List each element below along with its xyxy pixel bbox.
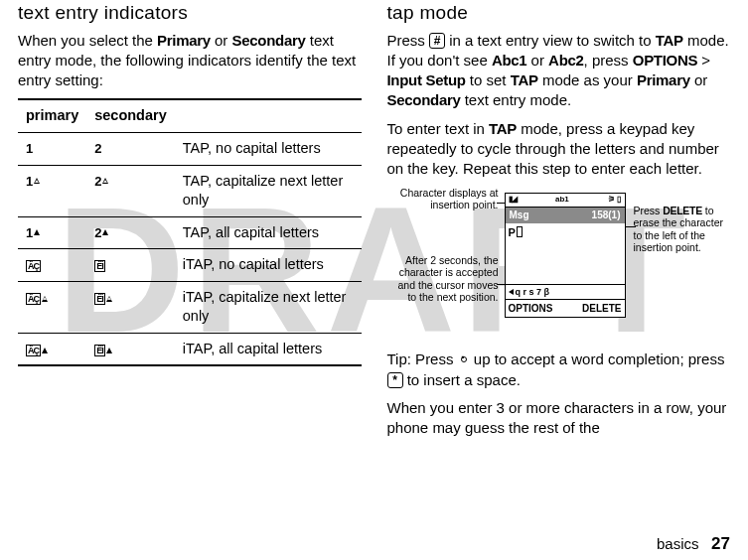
txt: or — [690, 71, 708, 88]
hash-key-icon: # — [429, 33, 445, 49]
shift-outline-arrow-icon — [106, 296, 112, 302]
right-heading: tap mode — [387, 0, 731, 26]
shift-solid-arrow-icon — [102, 229, 108, 235]
primary-indicator-icon: ÂÇ — [26, 293, 48, 305]
shift-solid-arrow-icon — [106, 348, 112, 353]
phone-screen: ▮◢ ab1 ⚞ ▯ Msg 158(1) P q r s 7 β OPTION… — [505, 193, 626, 318]
txt: to set — [466, 71, 511, 88]
desc-cell: TAP, no capital letters — [175, 132, 362, 165]
callout-delete: Press DELETE to erase the character to t… — [634, 205, 729, 252]
tap-word: TAP — [511, 71, 538, 88]
right-p2: To enter text in TAP mode, press a keypa… — [387, 119, 731, 180]
star-key-icon: * — [387, 372, 403, 388]
th-primary: primary — [18, 99, 86, 132]
leader-line — [626, 226, 636, 227]
typed-char: P — [509, 226, 516, 238]
abc2-word: Abc2 — [548, 52, 583, 69]
desc-cell: iTAP, capitalize next letter only — [175, 281, 362, 333]
table-row: 1 2 TAP, all capital letters — [18, 216, 362, 249]
txt: Press — [634, 205, 664, 216]
left-intro: When you select the Primary or Secondary… — [18, 31, 362, 91]
table-row: 1 2 TAP, capitalize next letter only — [18, 165, 362, 216]
primary-indicator-icon: 1 — [26, 173, 40, 191]
itap-box-icon: ÂÇ — [26, 345, 41, 356]
phone-text-area: P — [506, 223, 625, 285]
txt: or — [526, 52, 548, 69]
shift-outline-arrow-icon — [102, 178, 108, 184]
primary-word: Primary — [637, 71, 690, 88]
primary-indicator-icon: ÂÇ — [26, 260, 41, 272]
shift-solid-arrow-icon — [34, 229, 40, 235]
table-row: ÂÇ ÊÌ iTAP, all capital letters — [18, 333, 362, 365]
title-right: 158(1) — [592, 209, 621, 222]
candidate-letters: q r s 7 β — [516, 286, 550, 298]
phone-candidates: q r s 7 β — [506, 285, 625, 300]
delete-word: DELETE — [663, 205, 702, 216]
txt: mode as your — [538, 71, 637, 88]
right-p1: Press # in a text entry view to switch t… — [387, 31, 731, 111]
battery-icon: ⚞ ▯ — [608, 195, 621, 206]
table-header-row: primary secondary — [18, 99, 362, 132]
callout-after-2s: After 2 seconds, the character is accept… — [387, 254, 499, 302]
shift-outline-arrow-icon — [34, 178, 40, 184]
phone-statusbar: ▮◢ ab1 ⚞ ▯ — [506, 194, 625, 208]
txt: text entry mode. — [461, 91, 572, 108]
itap-box-icon: ÊÌ — [94, 345, 105, 356]
shift-outline-arrow-icon — [42, 296, 48, 302]
th-desc — [175, 99, 362, 132]
txt: > — [697, 52, 710, 69]
title-left: Msg — [510, 209, 529, 222]
itap-box-icon: ÂÇ — [26, 293, 41, 305]
secondary-indicator-icon: ÊÌ — [94, 345, 112, 356]
txt: Press — [411, 350, 458, 367]
options-word: OPTIONS — [633, 52, 697, 69]
right-p4: When you enter 3 or more characters in a… — [387, 398, 731, 439]
entry-mode-indicator: ab1 — [555, 195, 569, 206]
table-row: ÂÇ ÊÌ iTAP, capitalize next letter only — [18, 281, 362, 333]
secondary-indicator-icon: ÊÌ — [94, 293, 112, 305]
page-number: 27 — [711, 534, 730, 553]
tip-label: Tip: — [387, 350, 411, 367]
txt: up to accept a word completion; press — [470, 350, 725, 367]
itap-box-icon: ÂÇ — [26, 260, 41, 272]
txt: in a text entry view to switch to — [445, 32, 656, 49]
input-setup-word: Input Setup — [387, 71, 466, 88]
desc-cell: TAP, all capital letters — [175, 216, 362, 249]
tap-word: TAP — [489, 120, 517, 137]
nav-key-icon — [458, 353, 470, 365]
signal-icon: ▮◢ — [509, 195, 517, 206]
tap-word: TAP — [656, 32, 683, 49]
page-content: text entry indicators When you select th… — [0, 0, 748, 446]
abc1-word: Abc1 — [492, 52, 526, 69]
softkey-left: OPTIONS — [509, 302, 553, 316]
left-heading: text entry indicators — [18, 0, 362, 26]
txt: or — [211, 32, 232, 49]
tip-paragraph: Tip: Press up to accept a word completio… — [387, 350, 731, 390]
left-arrow-icon — [509, 289, 514, 295]
phone-diagram: Character displays at insertion point. A… — [387, 187, 731, 350]
secondary-indicator-icon: ÊÌ — [94, 260, 105, 272]
text-cursor-icon — [517, 226, 523, 237]
txt: Press — [387, 32, 430, 49]
page-footer: basics 27 — [657, 534, 730, 554]
itap-box-icon: ÊÌ — [94, 260, 105, 272]
left-column: text entry indicators When you select th… — [18, 0, 362, 446]
indicator-table: primary secondary 1 2 TAP, no capital le… — [18, 98, 362, 366]
secondary-indicator-icon: 2 — [94, 140, 101, 158]
table-row: 1 2 TAP, no capital letters — [18, 132, 362, 165]
secondary-indicator-icon: 2 — [94, 224, 108, 242]
secondary-indicator-icon: 2 — [94, 173, 108, 191]
callout-insertion-point: Character displays at insertion point. — [387, 187, 499, 210]
section-name: basics — [657, 535, 699, 552]
primary-indicator-icon: ÂÇ — [26, 345, 48, 356]
primary-word: Primary — [157, 32, 211, 49]
phone-titlebar: Msg 158(1) — [506, 208, 625, 223]
desc-cell: iTAP, all capital letters — [175, 333, 362, 365]
desc-cell: TAP, capitalize next letter only — [175, 165, 362, 216]
primary-indicator-icon: 1 — [26, 140, 33, 158]
right-column: tap mode Press # in a text entry view to… — [387, 0, 731, 446]
primary-indicator-icon: 1 — [26, 224, 40, 242]
shift-solid-arrow-icon — [42, 348, 48, 353]
desc-cell: iTAP, no capital letters — [175, 249, 362, 282]
table-row: ÂÇ ÊÌ iTAP, no capital letters — [18, 249, 362, 282]
